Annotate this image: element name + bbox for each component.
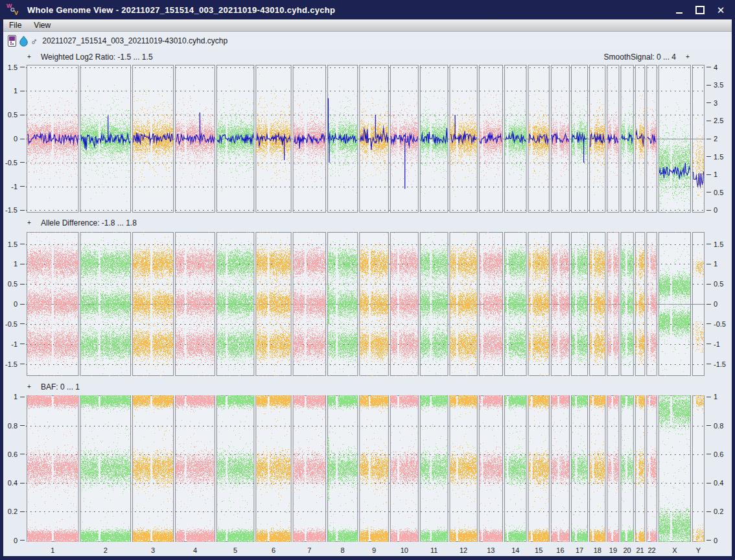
axis-tick-label: 0.8 — [0, 422, 25, 430]
axis-tick-label: 0 — [706, 206, 718, 214]
maximize-button[interactable] — [695, 4, 705, 16]
axis-tick-label: 1 — [0, 393, 25, 401]
chromosome-label: 9 — [372, 546, 376, 554]
tick-mark — [20, 244, 25, 244]
tick-text: -0.5 — [5, 320, 18, 328]
tick-text: 0 — [14, 135, 18, 143]
tick-text: 0 — [714, 206, 718, 214]
tick-mark — [706, 121, 711, 121]
menu-view[interactable]: View — [34, 21, 51, 30]
track-header-allele-difference: +Allele Difference: -1.8 ... 1.8 — [26, 218, 705, 228]
tick-text: 0 — [714, 537, 718, 544]
chromosome-label: 16 — [556, 546, 564, 554]
tick-text: 1.5 — [8, 240, 18, 248]
weighted-log2-ratio-plot-canvas[interactable] — [26, 65, 705, 213]
wgv-app-icon: W G V — [5, 2, 22, 18]
axis-tick-label: 0.2 — [706, 508, 723, 515]
tick-mark — [706, 174, 711, 175]
axis-tick-label: 0.5 — [0, 280, 25, 288]
chromosome-label: 13 — [487, 546, 495, 554]
tick-mark — [20, 425, 25, 426]
expand-track-button[interactable]: + — [684, 54, 691, 60]
tick-text: 0.8 — [714, 422, 723, 430]
tick-text: -1 — [11, 340, 18, 348]
axis-tick-label: 3.5 — [706, 81, 723, 89]
axis-tick-label: -1 — [0, 340, 25, 348]
track-header-weighted-log2-ratio: +Weighted Log2 Ratio: -1.5 ... 1.5Smooth… — [26, 52, 705, 62]
tick-mark — [706, 139, 711, 139]
axis-tick-label: 0.6 — [706, 450, 723, 458]
tick-mark — [20, 264, 25, 264]
menu-file[interactable]: File — [9, 21, 21, 30]
tick-mark — [20, 91, 25, 91]
tick-mark — [706, 284, 711, 285]
close-button[interactable]: ✕ — [716, 4, 726, 16]
allele-difference-plot-canvas[interactable] — [26, 232, 705, 376]
tick-mark — [20, 115, 25, 115]
tick-mark — [20, 139, 25, 139]
axis-tick-label: -1.5 — [0, 206, 25, 214]
minimize-button[interactable] — [674, 4, 684, 16]
chromosome-label: 17 — [576, 546, 583, 554]
baf-plot-canvas[interactable] — [26, 395, 705, 542]
axis-tick-label: 1 — [706, 260, 718, 268]
tick-mark — [706, 454, 711, 454]
tick-text: 0.4 — [8, 479, 18, 487]
tick-text: 1 — [714, 170, 718, 178]
tick-text: 1.5 — [8, 64, 18, 71]
minimize-icon — [676, 12, 682, 14]
tick-mark — [706, 483, 711, 484]
tick-mark — [706, 264, 711, 264]
axis-tick-label: 0.6 — [0, 450, 25, 458]
tick-mark — [20, 284, 25, 285]
axis-tick-label: 0 — [0, 135, 25, 143]
tick-text: 1 — [14, 393, 18, 401]
axis-tick-label: 1 — [0, 260, 25, 268]
axis-tick-label: -1 — [706, 340, 720, 348]
tick-mark — [20, 364, 25, 364]
tick-text: 1 — [714, 260, 718, 268]
axis-tick-label: 0 — [706, 300, 718, 308]
tick-mark — [706, 425, 711, 426]
tick-mark — [20, 210, 25, 211]
chromosome-label: Y — [696, 546, 701, 554]
tick-mark — [706, 67, 711, 67]
title-bar[interactable]: W G V Whole Genome View - 20211027_15151… — [0, 0, 735, 19]
tick-text: 0.6 — [714, 450, 723, 458]
axis-tick-label: 1 — [0, 87, 25, 95]
tick-mark — [706, 85, 711, 86]
maximize-icon — [695, 6, 705, 14]
expand-track-button[interactable]: + — [26, 220, 32, 226]
tick-text: -1 — [11, 183, 18, 191]
tick-text: -1.5 — [5, 360, 18, 368]
axis-tick-label: 2 — [706, 135, 718, 143]
axis-tick-label: -0.5 — [0, 159, 25, 167]
tick-mark — [706, 397, 711, 397]
tick-text: 0 — [714, 300, 718, 308]
sample-marker-icon — [19, 36, 28, 47]
chromosome-label: 4 — [193, 546, 197, 554]
chromosome-label: X — [672, 546, 677, 554]
axis-tick-label: 0.2 — [0, 508, 25, 515]
chromosome-label: 21 — [636, 546, 644, 554]
tick-mark — [706, 511, 711, 512]
tick-mark — [20, 304, 25, 305]
expand-track-button[interactable]: + — [26, 384, 32, 390]
chromosome-label: 2 — [104, 546, 108, 554]
chromosome-label: 12 — [460, 546, 467, 554]
tick-mark — [706, 344, 711, 344]
tick-mark — [706, 323, 711, 324]
tick-mark — [706, 540, 711, 541]
axis-tick-label: 0.8 — [706, 422, 723, 430]
tick-text: 0.5 — [8, 111, 18, 119]
sample-file-label: 20211027_151514_003_20211019-43010.cyhd.… — [42, 36, 228, 45]
axis-tick-label: 1.5 — [706, 240, 723, 248]
expand-track-button[interactable]: + — [26, 54, 32, 60]
axis-tick-label: 1.5 — [706, 153, 723, 161]
axis-tick-label: 0.5 — [0, 111, 25, 119]
tick-mark — [706, 244, 711, 244]
tick-mark — [20, 344, 25, 344]
tick-text: 1 — [714, 393, 718, 401]
sample-toolbar: ♂ 20211027_151514_003_20211019-43010.cyh… — [3, 32, 732, 50]
tick-text: 3.5 — [714, 81, 723, 89]
